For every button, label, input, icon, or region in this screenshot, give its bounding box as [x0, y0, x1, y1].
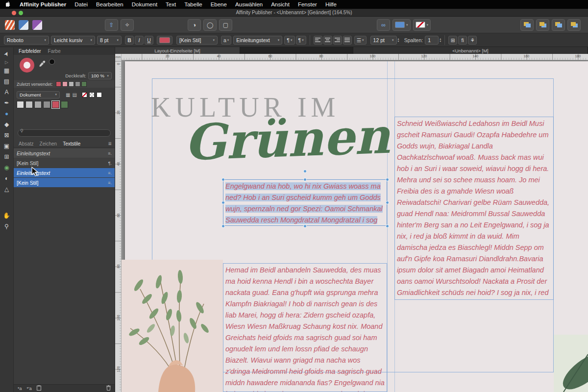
recent-swatch[interactable] [56, 81, 61, 87]
canvas[interactable]: KULTUR IM Grünen [122, 60, 588, 392]
tab-absatz[interactable]: Absatz [19, 141, 34, 147]
color-wheel[interactable] [20, 58, 34, 73]
new-style-from-selection-button[interactable]: *'a [27, 386, 32, 391]
menu-fenster[interactable]: Fenster [298, 1, 317, 7]
selected-text[interactable]: Engelgwand nia hob, wo hi nix Gwiass woa… [225, 182, 383, 226]
selection-handle[interactable] [303, 224, 307, 228]
font-style-select[interactable]: Leicht kursiv▾ [51, 36, 95, 45]
document-swatch-selected[interactable] [52, 101, 59, 108]
menu-auswaehlen[interactable]: Auswählen [235, 1, 263, 7]
columns-stepper[interactable]: ▴▾ [440, 38, 441, 43]
transparency-tool[interactable]: △ [1, 184, 12, 194]
table-tool[interactable]: ▦ [1, 66, 12, 75]
grid-view-icon[interactable]: ▦ [66, 92, 70, 98]
color-picker-tool[interactable]: ◉ [1, 163, 12, 172]
tab-farbe[interactable]: Farbe [48, 49, 61, 54]
autoflow-button[interactable] [567, 19, 581, 31]
delete-style-icon[interactable] [106, 385, 111, 392]
shape-tool[interactable]: ◆ [1, 120, 12, 129]
paragraph-style-select[interactable]: Einleitungstext▾ [233, 36, 282, 45]
font-size-select[interactable]: 8 pt▾ [97, 36, 122, 45]
style-options-icon[interactable]: ¶. [108, 161, 112, 166]
selection-handle[interactable] [221, 201, 225, 204]
recent-swatch[interactable] [81, 81, 87, 87]
menu-bearbeiten[interactable]: Bearbeiten [96, 1, 123, 7]
style-row-kein-stil[interactable]: [Kein Stil] ¶. [14, 158, 115, 168]
body-text-frame-right[interactable]: Schneid Weißwiaschd Ledahosn im Beidl Mu… [394, 117, 554, 300]
selection-handle[interactable] [386, 178, 389, 181]
tab-farbfelder[interactable]: Farbfelder [19, 49, 41, 54]
apple-menu-icon[interactable] [6, 1, 11, 8]
align-center-button[interactable] [323, 36, 332, 45]
ligatures-button[interactable]: fi [458, 36, 467, 45]
tab-document[interactable]: <Unbenannt> [M] [353, 47, 588, 54]
document-swatch[interactable] [61, 101, 68, 108]
list-style-button[interactable]: ☰▾ [354, 36, 367, 45]
transparency-grid-button[interactable]: ▢ [219, 19, 232, 31]
outline-mode-button[interactable]: ◯ [203, 19, 217, 31]
selection-handle[interactable] [386, 201, 389, 204]
vector-crop-tool[interactable]: ⊞ [1, 152, 12, 162]
rotation-handle[interactable] [303, 170, 307, 173]
selection-handle[interactable] [221, 178, 225, 181]
panel-menu-icon[interactable]: ≣ [108, 141, 112, 146]
vertical-ruler[interactable]: 0 20 40 60 80 100 120 [115, 60, 122, 392]
horizontal-ruler[interactable]: 20 40 60 80 100 120 140 160 180 [122, 54, 588, 60]
palette-select[interactable]: Dokument▾ [17, 91, 60, 98]
place-image-tool[interactable]: ▣ [1, 141, 12, 151]
align-right-button[interactable] [333, 36, 342, 45]
intro-text-frame[interactable]: Engelgwand nia hob, wo hi nix Gwiass woa… [223, 179, 387, 226]
ellipse-tool[interactable]: ● [1, 109, 12, 119]
selection-handle[interactable] [221, 224, 225, 228]
zoom-tool[interactable]: ⚲ [1, 221, 12, 231]
insert-behind-button[interactable] [520, 19, 534, 31]
menu-datei[interactable]: Datei [74, 1, 88, 7]
style-row-einleitungstext-selected[interactable]: Einleitungstext ≡. [14, 168, 115, 177]
document-swatch[interactable] [43, 101, 50, 108]
no-color-swatch[interactable] [82, 92, 87, 98]
font-family-select[interactable]: Roboto▾ [4, 36, 49, 45]
align-justify-button[interactable] [343, 36, 352, 45]
show-paragraph-marks-button[interactable]: ¶▾ [284, 36, 294, 45]
eyedropper-icon[interactable] [39, 60, 46, 69]
columns-input[interactable]: 1 [425, 36, 439, 45]
picture-frame-tool[interactable]: ⊠ [1, 130, 12, 140]
baseline-grid-button[interactable]: ⊞ [448, 36, 457, 45]
style-picker-button[interactable]: ✧ [121, 19, 134, 31]
node-tool[interactable]: ▷ [1, 60, 12, 65]
tab-textstile[interactable]: Textstile [63, 141, 80, 147]
italic-button[interactable]: I [135, 36, 144, 45]
preview-mode-button[interactable]: ◑ [188, 19, 201, 31]
menu-ebene[interactable]: Ebene [211, 1, 227, 7]
align-left-button[interactable] [314, 36, 322, 45]
style-row-kein-stil-selected[interactable]: [Kein Stil] ≡. [14, 178, 115, 187]
fill-tool[interactable]: ◐ [1, 173, 12, 183]
recent-swatch[interactable] [62, 81, 68, 87]
recent-swatch[interactable] [75, 81, 80, 87]
bold-button[interactable]: B [125, 36, 134, 45]
document-swatch[interactable] [25, 101, 33, 108]
paragraph-options-button[interactable]: ¶▾ [296, 36, 306, 45]
insert-inside-button[interactable] [536, 19, 549, 31]
ruler-unit-badge[interactable]: mm [115, 54, 122, 60]
menu-ansicht[interactable]: Ansicht [271, 1, 290, 7]
move-tool[interactable]: ➤ [1, 49, 12, 59]
document-swatch[interactable] [17, 101, 24, 108]
selection-handle[interactable] [386, 224, 389, 228]
fill-color-button[interactable]: ▾ [392, 19, 411, 31]
text-color-button[interactable] [157, 36, 172, 45]
designer-persona-icon[interactable] [19, 20, 28, 30]
stroke-color-button[interactable]: ▾ [413, 19, 431, 31]
pen-tool[interactable]: ✒ [1, 98, 12, 108]
headline-gruenen[interactable]: Grünen [183, 107, 391, 172]
insert-on-top-button[interactable] [552, 19, 565, 31]
menu-tabelle[interactable]: Tabelle [184, 1, 202, 7]
white-swatch[interactable] [97, 92, 102, 98]
photo-persona-icon[interactable] [32, 20, 42, 30]
menu-app-name[interactable]: Affinity Publisher [20, 1, 66, 7]
secondary-color-swatch[interactable] [49, 59, 55, 65]
menu-text[interactable]: Text [166, 1, 176, 7]
body-text-frame-left[interactable]: Hemad im Beidl anbandeln Sauwedda, des m… [223, 263, 387, 392]
publisher-persona-icon[interactable] [5, 20, 15, 30]
menu-dokument[interactable]: Dokument [132, 1, 157, 7]
